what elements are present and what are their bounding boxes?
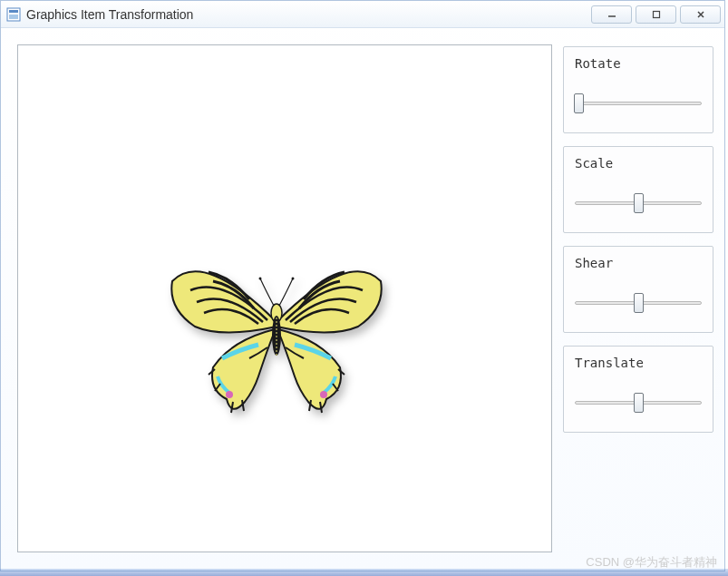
translate-slider[interactable] xyxy=(575,394,702,412)
shear-group: Shear xyxy=(563,246,713,333)
svg-rect-2 xyxy=(9,15,18,19)
rotate-slider[interactable] xyxy=(575,94,702,112)
app-icon xyxy=(6,7,21,22)
scale-thumb[interactable] xyxy=(634,193,644,213)
window-controls xyxy=(587,5,721,24)
application-window: Graphics Item Transformation xyxy=(0,0,725,571)
rotate-label: Rotate xyxy=(575,56,702,71)
controls-panel: Rotate Scale Shear xyxy=(563,44,713,560)
minimize-button[interactable] xyxy=(591,5,632,24)
scale-label: Scale xyxy=(575,156,702,171)
translate-thumb[interactable] xyxy=(634,393,644,413)
window-title: Graphics Item Transformation xyxy=(26,7,587,22)
maximize-button[interactable] xyxy=(636,5,676,24)
shear-thumb[interactable] xyxy=(634,293,644,313)
svg-point-9 xyxy=(259,278,262,280)
content-area: Rotate Scale Shear xyxy=(1,28,724,571)
taskbar-edge xyxy=(0,569,728,576)
svg-rect-4 xyxy=(653,11,659,17)
svg-point-10 xyxy=(292,278,295,280)
scale-slider[interactable] xyxy=(575,194,702,212)
shear-slider[interactable] xyxy=(575,294,702,312)
translate-label: Translate xyxy=(575,356,702,370)
graphics-canvas[interactable] xyxy=(17,44,552,552)
svg-point-6 xyxy=(320,391,327,398)
translate-group: Translate xyxy=(563,346,713,433)
close-button[interactable] xyxy=(680,5,721,24)
scale-group: Scale xyxy=(563,146,713,233)
butterfly-graphic[interactable] xyxy=(159,240,394,431)
svg-rect-1 xyxy=(9,10,18,13)
titlebar[interactable]: Graphics Item Transformation xyxy=(1,1,724,28)
rotate-group: Rotate xyxy=(563,46,713,133)
rotate-thumb[interactable] xyxy=(574,93,584,113)
shear-label: Shear xyxy=(575,256,702,270)
slider-rail xyxy=(575,102,702,105)
svg-point-5 xyxy=(226,391,233,398)
